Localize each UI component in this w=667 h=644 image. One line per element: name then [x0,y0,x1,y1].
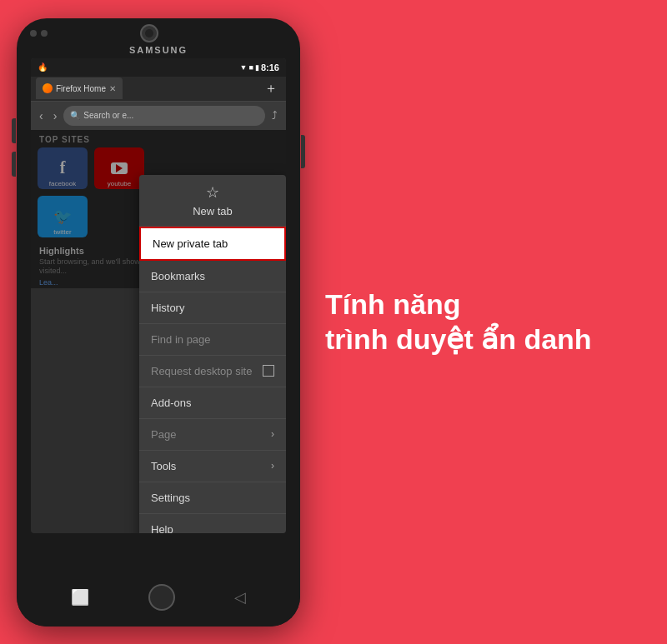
volume-down-button [12,152,16,177]
new-tab-label: New tab [193,205,233,217]
signal-icon: ■ [249,63,253,72]
brand-label: SAMSUNG [129,45,188,55]
home-button[interactable] [148,584,175,611]
status-icons-right: ▼ ■ ▮ 8:16 [240,62,279,72]
address-bar-text: Search or e... [83,111,133,120]
help-label: Help [151,523,173,533]
back-nav-button[interactable]: ◁ [234,588,246,607]
power-button [301,135,305,168]
phone-indicator-dots [30,30,48,37]
request-desktop-label: Request desktop site [151,365,252,377]
page-label: Page [151,428,176,441]
new-tab-button[interactable]: ＋ [261,80,281,97]
status-time: 8:16 [261,62,279,72]
find-in-page-label: Find in page [151,333,211,346]
new-private-tab-label: New private tab [153,237,228,250]
phone-top-bar [17,18,300,43]
share-button[interactable]: ⤴ [268,107,281,123]
browser-chrome: Firefox Home ✕ ＋ ‹ › 🔍 Search or e... ⤴ [31,77,286,130]
dropdown-menu: ☆ New tab New private tab Bookmarks Hist… [139,175,286,533]
menu-item-page[interactable]: Page › [139,419,286,451]
tools-label: Tools [151,460,176,472]
camera-lens [145,29,153,37]
phone-bottom-bar: ⬜ ◁ [17,568,300,627]
tab-title: Firefox Home [56,84,106,93]
tab-close-button[interactable]: ✕ [109,84,116,93]
tools-chevron-icon: › [271,460,274,472]
forward-button[interactable]: › [50,107,61,124]
browser-content: TOP SITES f facebook youtube [31,130,286,288]
promo-text-block: Tính năng trình duyệt ẩn danh [300,289,642,355]
page-wrapper: SAMSUNG 🔥 ▼ ■ ▮ 8:16 Firef [0,0,667,644]
menu-item-tools[interactable]: Tools › [139,451,286,482]
menu-item-bookmarks[interactable]: Bookmarks [139,261,286,292]
phone-screen: 🔥 ▼ ■ ▮ 8:16 Firefox Home ✕ ＋ [31,58,286,533]
browser-nav-bar: ‹ › 🔍 Search or e... ⤴ [31,102,286,130]
browser-tab-bar: Firefox Home ✕ ＋ [31,77,286,102]
history-label: History [151,302,184,314]
phone-top: SAMSUNG [17,18,300,55]
phone-shell: SAMSUNG 🔥 ▼ ■ ▮ 8:16 Firef [17,18,300,627]
menu-item-settings[interactable]: Settings [139,482,286,514]
front-camera [140,24,158,42]
promo-line-2: trình duyệt ẩn danh [325,324,592,355]
firefox-status-icon: 🔥 [38,62,48,72]
page-chevron-icon: › [271,428,274,440]
menu-item-history[interactable]: History [139,292,286,324]
bookmarks-label: Bookmarks [151,270,205,282]
settings-label: Settings [151,492,190,504]
promo-line-1: Tính năng [325,289,460,320]
browser-tab-active[interactable]: Firefox Home ✕ [36,77,123,99]
status-bar: 🔥 ▼ ■ ▮ 8:16 [31,58,286,77]
request-desktop-checkbox[interactable] [263,365,274,377]
menu-item-addons[interactable]: Add-ons [139,387,286,419]
menu-item-find-in-page[interactable]: Find in page [139,324,286,356]
battery-icon: ▮ [255,63,259,72]
volume-up-button [12,118,16,143]
address-bar[interactable]: 🔍 Search or e... [63,106,265,126]
wifi-icon: ▼ [240,63,248,72]
menu-item-new-private-tab[interactable]: New private tab [139,227,286,261]
dot-1 [30,30,37,37]
search-icon: 🔍 [70,111,80,120]
menu-item-request-desktop[interactable]: Request desktop site [139,356,286,387]
recent-apps-button[interactable]: ⬜ [71,588,89,607]
back-button[interactable]: ‹ [36,107,47,124]
menu-item-new-tab[interactable]: ☆ New tab [139,175,286,227]
addons-label: Add-ons [151,397,191,409]
star-icon: ☆ [206,183,219,202]
dot-2 [41,30,48,37]
firefox-tab-icon [43,83,53,93]
menu-item-help[interactable]: Help [139,514,286,533]
